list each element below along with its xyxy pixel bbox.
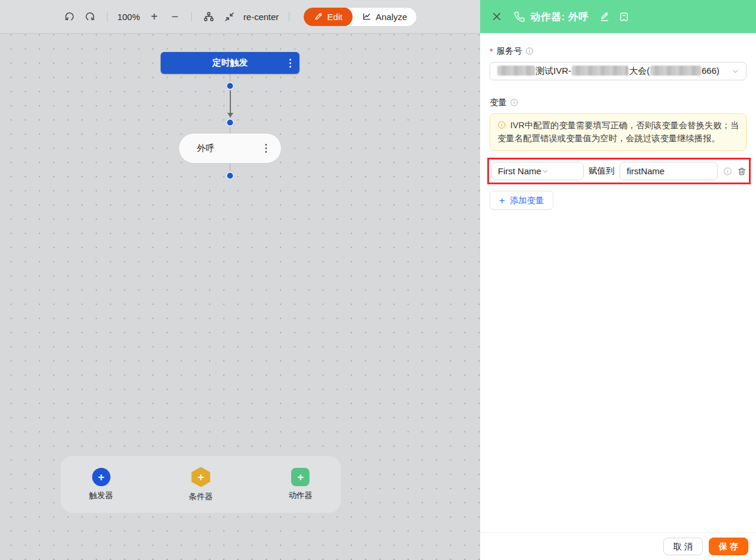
mode-segmented-control: Edit Analyze <box>303 7 417 27</box>
palette-item-condition[interactable]: + 条件器 <box>189 467 213 502</box>
panel-header: 动作器: 外呼 <box>480 0 756 33</box>
more-menu-icon[interactable] <box>289 58 291 67</box>
chart-icon <box>362 12 372 21</box>
edit-mode-button[interactable]: Edit <box>304 7 353 27</box>
node-palette: + 触发器 + 条件器 + 动作器 <box>61 456 341 513</box>
service-number-select[interactable]: 测试IVR-大会(666) <box>490 62 747 80</box>
more-menu-icon[interactable] <box>265 144 267 153</box>
variables-label-row: 变量 <box>490 97 747 108</box>
palette-item-action[interactable]: + 动作器 <box>289 468 313 501</box>
variables-alert: IVR中配置的变量需要填写正确，否则该变量会替换失败；当变量名配置错误或变量值为… <box>490 113 747 151</box>
service-number-label: 服务号 <box>497 45 523 57</box>
flow-arrow <box>230 90 231 114</box>
auto-layout-icon[interactable] <box>202 10 215 23</box>
flow-canvas-column: 100% + − re-center Edit Analyze <box>0 0 480 560</box>
info-icon[interactable] <box>525 47 534 56</box>
delete-row-icon[interactable] <box>737 167 747 176</box>
connector-port[interactable] <box>226 118 234 127</box>
info-icon[interactable] <box>510 98 519 107</box>
analyze-mode-label: Analyze <box>376 12 407 22</box>
recenter-button[interactable]: re-center <box>243 12 279 22</box>
chevron-down-icon <box>731 67 739 76</box>
divider <box>289 12 289 21</box>
add-variable-label: 添加变量 <box>510 195 544 206</box>
add-action-icon[interactable]: + <box>291 468 309 486</box>
variable-select[interactable]: First Name <box>491 162 584 180</box>
panel-title: 动作器: 外呼 <box>530 10 589 24</box>
service-number-value: 测试IVR-大会(666) <box>497 66 731 77</box>
palette-condition-label: 条件器 <box>189 491 213 502</box>
action-node[interactable]: 外呼 <box>178 133 282 164</box>
divider <box>191 12 192 21</box>
row-info-icon[interactable] <box>723 167 732 176</box>
panel-body: * 服务号 测试IVR-大会(666) 变量 <box>480 33 756 532</box>
trigger-node[interactable]: 定时触发 <box>161 52 299 74</box>
divider <box>107 12 107 21</box>
rename-icon[interactable] <box>598 11 611 23</box>
palette-action-label: 动作器 <box>289 490 313 501</box>
redo-icon[interactable] <box>84 10 97 23</box>
trigger-node-label: 定时触发 <box>213 57 248 69</box>
fit-view-icon[interactable] <box>223 10 236 23</box>
zoom-in-button[interactable]: + <box>148 11 161 22</box>
flow-arrowhead <box>227 113 233 118</box>
variable-select-value: First Name <box>498 166 541 176</box>
save-button[interactable]: 保 存 <box>709 538 748 555</box>
redacted-text <box>497 66 535 76</box>
palette-item-trigger[interactable]: + 触发器 <box>89 468 113 501</box>
connector-port[interactable] <box>226 82 234 90</box>
edit-mode-label: Edit <box>327 12 343 22</box>
assign-to-label: 赋值到 <box>589 165 615 177</box>
plus-icon: + <box>499 196 505 206</box>
zoom-level: 100% <box>118 12 140 22</box>
annotation-highlight-box: First Name 赋值到 <box>487 158 751 184</box>
flow-canvas[interactable]: 定时触发 外呼 + 触发器 + 条件器 + <box>0 34 480 560</box>
app-window: 100% + − re-center Edit Analyze <box>0 0 756 560</box>
analyze-mode-button[interactable]: Analyze <box>353 12 416 22</box>
alert-info-icon <box>497 121 506 129</box>
cancel-button[interactable]: 取 消 <box>663 538 703 555</box>
redacted-text <box>572 66 628 76</box>
canvas-toolbar: 100% + − re-center Edit Analyze <box>0 0 480 34</box>
variables-label: 变量 <box>490 97 507 108</box>
required-mark: * <box>490 47 493 56</box>
alert-text: IVR中配置的变量需要填写正确，否则该变量会替换失败；当变量名配置错误或变量值为… <box>497 121 739 143</box>
redacted-text <box>650 66 701 76</box>
zoom-out-button[interactable]: − <box>168 11 181 22</box>
add-variable-button[interactable]: + 添加变量 <box>490 191 553 210</box>
phone-icon <box>513 11 526 23</box>
notes-icon[interactable] <box>618 11 630 23</box>
close-icon[interactable] <box>490 10 503 23</box>
add-condition-icon[interactable]: + <box>191 467 211 487</box>
panel-footer: 取 消 保 存 <box>480 532 756 560</box>
service-number-label-row: * 服务号 <box>490 45 747 57</box>
pencil-icon <box>314 12 323 21</box>
add-trigger-icon[interactable]: + <box>92 468 110 486</box>
config-panel: 动作器: 外呼 * 服务号 测试IVR-大会(666) <box>480 0 756 560</box>
variable-value-input[interactable] <box>620 162 718 180</box>
chevron-down-icon <box>541 167 549 175</box>
undo-icon[interactable] <box>63 10 76 23</box>
palette-trigger-label: 触发器 <box>89 490 113 501</box>
connector-port[interactable] <box>226 171 234 180</box>
action-node-label: 外呼 <box>197 143 214 154</box>
